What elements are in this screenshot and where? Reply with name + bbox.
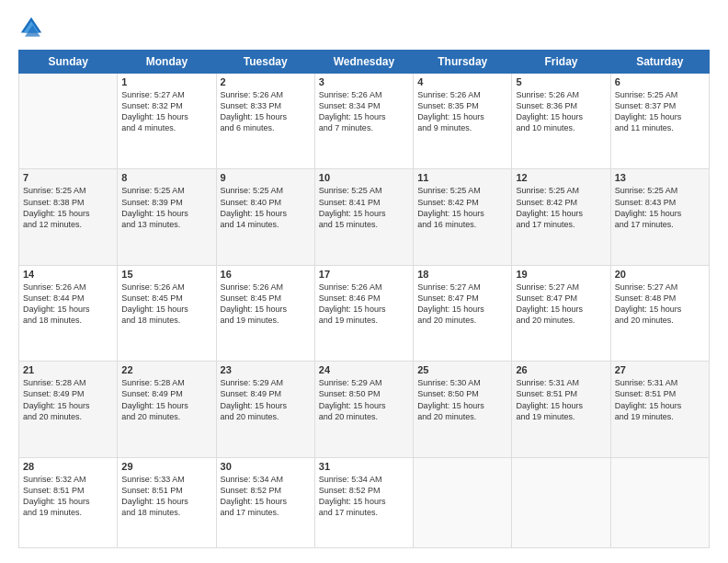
day-number: 15 [121, 269, 211, 280]
calendar-cell: 24Sunrise: 5:29 AM Sunset: 8:50 PM Dayli… [314, 362, 413, 457]
calendar-cell: 30Sunrise: 5:34 AM Sunset: 8:52 PM Dayli… [216, 457, 314, 547]
calendar-week-row: 14Sunrise: 5:26 AM Sunset: 8:44 PM Dayli… [19, 265, 710, 361]
day-number: 3 [319, 76, 409, 87]
calendar-cell: 31Sunrise: 5:34 AM Sunset: 8:52 PM Dayli… [314, 457, 413, 547]
calendar-day-header: Wednesday [314, 51, 413, 74]
calendar-cell: 13Sunrise: 5:25 AM Sunset: 8:43 PM Dayli… [610, 169, 709, 265]
calendar-cell: 25Sunrise: 5:30 AM Sunset: 8:50 PM Dayli… [414, 362, 512, 457]
calendar-cell: 22Sunrise: 5:28 AM Sunset: 8:49 PM Dayli… [118, 362, 216, 457]
cell-content: Sunrise: 5:34 AM Sunset: 8:52 PM Dayligh… [221, 474, 311, 519]
day-number: 30 [221, 461, 311, 472]
day-number: 10 [319, 172, 409, 183]
day-number: 5 [516, 76, 606, 87]
cell-content: Sunrise: 5:25 AM Sunset: 8:37 PM Dayligh… [615, 89, 705, 134]
calendar-header-row: SundayMondayTuesdayWednesdayThursdayFrid… [19, 51, 710, 74]
calendar-day-header: Sunday [19, 51, 118, 74]
calendar-cell: 6Sunrise: 5:25 AM Sunset: 8:37 PM Daylig… [610, 74, 709, 169]
page: SundayMondayTuesdayWednesdayThursdayFrid… [0, 0, 728, 563]
day-number: 13 [615, 172, 705, 183]
day-number: 21 [23, 364, 113, 375]
day-number: 18 [417, 269, 507, 280]
calendar-cell: 9Sunrise: 5:25 AM Sunset: 8:40 PM Daylig… [216, 169, 314, 265]
calendar-cell: 11Sunrise: 5:25 AM Sunset: 8:42 PM Dayli… [414, 169, 512, 265]
day-number: 7 [23, 172, 113, 183]
cell-content: Sunrise: 5:25 AM Sunset: 8:42 PM Dayligh… [417, 185, 507, 230]
calendar-cell: 21Sunrise: 5:28 AM Sunset: 8:49 PM Dayli… [19, 362, 118, 457]
day-number: 16 [221, 269, 311, 280]
day-number: 26 [516, 364, 606, 375]
day-number: 24 [319, 364, 409, 375]
cell-content: Sunrise: 5:27 AM Sunset: 8:48 PM Dayligh… [615, 282, 705, 327]
cell-content: Sunrise: 5:27 AM Sunset: 8:47 PM Dayligh… [417, 282, 507, 327]
calendar-cell: 10Sunrise: 5:25 AM Sunset: 8:41 PM Dayli… [314, 169, 413, 265]
cell-content: Sunrise: 5:28 AM Sunset: 8:49 PM Dayligh… [121, 377, 211, 422]
day-number: 17 [319, 269, 409, 280]
calendar-cell: 26Sunrise: 5:31 AM Sunset: 8:51 PM Dayli… [512, 362, 610, 457]
calendar-cell: 12Sunrise: 5:25 AM Sunset: 8:42 PM Dayli… [512, 169, 610, 265]
day-number: 14 [23, 269, 113, 280]
calendar-cell: 3Sunrise: 5:26 AM Sunset: 8:34 PM Daylig… [314, 74, 413, 169]
calendar-cell [19, 74, 118, 169]
day-number: 25 [417, 364, 507, 375]
cell-content: Sunrise: 5:29 AM Sunset: 8:49 PM Dayligh… [221, 377, 311, 422]
cell-content: Sunrise: 5:27 AM Sunset: 8:47 PM Dayligh… [516, 282, 606, 327]
cell-content: Sunrise: 5:31 AM Sunset: 8:51 PM Dayligh… [516, 377, 606, 422]
calendar-cell: 29Sunrise: 5:33 AM Sunset: 8:51 PM Dayli… [118, 457, 216, 547]
calendar-day-header: Monday [118, 51, 216, 74]
calendar-day-header: Thursday [414, 51, 512, 74]
calendar-week-row: 7Sunrise: 5:25 AM Sunset: 8:38 PM Daylig… [19, 169, 710, 265]
day-number: 2 [221, 76, 311, 87]
calendar-day-header: Friday [512, 51, 610, 74]
calendar-cell: 5Sunrise: 5:26 AM Sunset: 8:36 PM Daylig… [512, 74, 610, 169]
calendar-cell: 23Sunrise: 5:29 AM Sunset: 8:49 PM Dayli… [216, 362, 314, 457]
calendar-cell: 8Sunrise: 5:25 AM Sunset: 8:39 PM Daylig… [118, 169, 216, 265]
calendar-week-row: 21Sunrise: 5:28 AM Sunset: 8:49 PM Dayli… [19, 362, 710, 457]
cell-content: Sunrise: 5:26 AM Sunset: 8:36 PM Dayligh… [516, 89, 606, 134]
cell-content: Sunrise: 5:32 AM Sunset: 8:51 PM Dayligh… [23, 474, 113, 519]
calendar-cell: 16Sunrise: 5:26 AM Sunset: 8:45 PM Dayli… [216, 265, 314, 361]
calendar-week-row: 28Sunrise: 5:32 AM Sunset: 8:51 PM Dayli… [19, 457, 710, 547]
calendar-cell: 17Sunrise: 5:26 AM Sunset: 8:46 PM Dayli… [314, 265, 413, 361]
day-number: 20 [615, 269, 705, 280]
day-number: 9 [221, 172, 311, 183]
logo-icon [18, 15, 44, 40]
cell-content: Sunrise: 5:33 AM Sunset: 8:51 PM Dayligh… [121, 474, 211, 519]
calendar-cell: 18Sunrise: 5:27 AM Sunset: 8:47 PM Dayli… [414, 265, 512, 361]
cell-content: Sunrise: 5:30 AM Sunset: 8:50 PM Dayligh… [417, 377, 507, 422]
calendar-cell [414, 457, 512, 547]
cell-content: Sunrise: 5:25 AM Sunset: 8:38 PM Dayligh… [23, 185, 113, 230]
day-number: 23 [221, 364, 311, 375]
cell-content: Sunrise: 5:26 AM Sunset: 8:34 PM Dayligh… [319, 89, 409, 134]
calendar-cell: 2Sunrise: 5:26 AM Sunset: 8:33 PM Daylig… [216, 74, 314, 169]
day-number: 6 [615, 76, 705, 87]
calendar-week-row: 1Sunrise: 5:27 AM Sunset: 8:32 PM Daylig… [19, 74, 710, 169]
cell-content: Sunrise: 5:25 AM Sunset: 8:39 PM Dayligh… [121, 185, 211, 230]
calendar-day-header: Saturday [610, 51, 709, 74]
calendar-cell: 20Sunrise: 5:27 AM Sunset: 8:48 PM Dayli… [610, 265, 709, 361]
day-number: 22 [121, 364, 211, 375]
calendar-cell: 15Sunrise: 5:26 AM Sunset: 8:45 PM Dayli… [118, 265, 216, 361]
calendar-cell: 28Sunrise: 5:32 AM Sunset: 8:51 PM Dayli… [19, 457, 118, 547]
day-number: 11 [417, 172, 507, 183]
calendar-cell: 14Sunrise: 5:26 AM Sunset: 8:44 PM Dayli… [19, 265, 118, 361]
header [18, 15, 710, 40]
day-number: 31 [319, 461, 409, 472]
cell-content: Sunrise: 5:25 AM Sunset: 8:42 PM Dayligh… [516, 185, 606, 230]
cell-content: Sunrise: 5:31 AM Sunset: 8:51 PM Dayligh… [615, 377, 705, 422]
cell-content: Sunrise: 5:29 AM Sunset: 8:50 PM Dayligh… [319, 377, 409, 422]
cell-content: Sunrise: 5:28 AM Sunset: 8:49 PM Dayligh… [23, 377, 113, 422]
calendar-cell [610, 457, 709, 547]
cell-content: Sunrise: 5:27 AM Sunset: 8:32 PM Dayligh… [121, 89, 211, 134]
cell-content: Sunrise: 5:26 AM Sunset: 8:45 PM Dayligh… [121, 282, 211, 327]
calendar-day-header: Tuesday [216, 51, 314, 74]
day-number: 4 [417, 76, 507, 87]
cell-content: Sunrise: 5:25 AM Sunset: 8:43 PM Dayligh… [615, 185, 705, 230]
cell-content: Sunrise: 5:26 AM Sunset: 8:44 PM Dayligh… [23, 282, 113, 327]
calendar-cell: 7Sunrise: 5:25 AM Sunset: 8:38 PM Daylig… [19, 169, 118, 265]
logo [18, 15, 48, 40]
cell-content: Sunrise: 5:25 AM Sunset: 8:41 PM Dayligh… [319, 185, 409, 230]
cell-content: Sunrise: 5:26 AM Sunset: 8:35 PM Dayligh… [417, 89, 507, 134]
day-number: 12 [516, 172, 606, 183]
day-number: 29 [121, 461, 211, 472]
calendar-cell [512, 457, 610, 547]
